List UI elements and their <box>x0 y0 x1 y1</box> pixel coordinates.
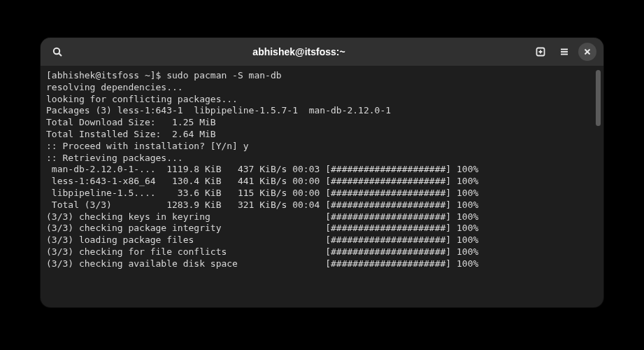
terminal-line: less-1:643-1-x86_64 130.4 KiB 441 KiB/s … <box>46 176 590 188</box>
terminal-line: (3/3) checking keys in keyring [########… <box>46 211 590 223</box>
terminal-line: (3/3) checking for file conflicts [#####… <box>46 246 590 258</box>
svg-point-0 <box>54 48 59 54</box>
new-tab-button[interactable] <box>531 42 550 62</box>
terminal-line: looking for conflicting packages... <box>46 94 590 106</box>
terminal-body[interactable]: [abhishek@itsfoss ~]$ sudo pacman -S man… <box>41 66 603 307</box>
svg-line-1 <box>59 53 62 56</box>
terminal-line: Total (3/3) 1283.9 KiB 321 KiB/s 00:04 [… <box>46 200 590 211</box>
terminal-line: man-db-2.12.0-1-... 1119.8 KiB 437 KiB/s… <box>46 164 590 176</box>
terminal-content: [abhishek@itsfoss ~]$ sudo pacman -S man… <box>41 70 596 300</box>
terminal-line: libpipeline-1.5.... 33.6 KiB 115 KiB/s 0… <box>46 188 590 200</box>
search-button[interactable] <box>48 42 67 62</box>
terminal-line: :: Retrieving packages... <box>46 153 590 164</box>
terminal-line: Total Installed Size: 2.64 MiB <box>46 129 590 141</box>
window-title: abhishek@itsfoss:~ <box>252 46 345 57</box>
search-icon <box>52 46 63 57</box>
scrollbar-thumb[interactable] <box>596 70 601 126</box>
close-button[interactable] <box>578 43 596 61</box>
terminal-line: resolving dependencies... <box>46 82 590 94</box>
new-tab-icon <box>535 46 546 57</box>
terminal-window: abhishek@itsfoss:~ [abhishek@itsfo <box>41 38 603 307</box>
terminal-line: (3/3) loading package files [###########… <box>46 234 590 246</box>
terminal-line: (3/3) checking available disk space [###… <box>46 258 590 270</box>
titlebar: abhishek@itsfoss:~ <box>41 38 603 66</box>
terminal-line: (3/3) checking package integrity [######… <box>46 223 590 234</box>
menu-button[interactable] <box>554 42 574 62</box>
terminal-line: Total Download Size: 1.25 MiB <box>46 117 590 129</box>
terminal-line: Packages (3) less-1:643-1 libpipeline-1.… <box>46 105 590 117</box>
terminal-line: [abhishek@itsfoss ~]$ sudo pacman -S man… <box>46 70 590 82</box>
close-icon <box>583 48 592 56</box>
hamburger-icon <box>559 46 570 57</box>
terminal-line: :: Proceed with installation? [Y/n] y <box>46 141 590 153</box>
